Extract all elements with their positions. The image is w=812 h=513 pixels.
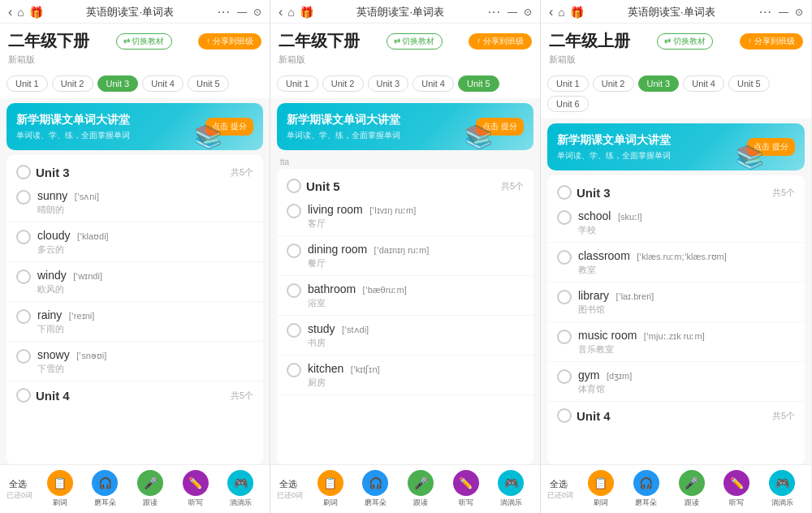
word-item[interactable]: study [ˈstʌdi] 书房 <box>277 316 533 356</box>
action-刷词[interactable]: 📋 刷词 <box>588 470 614 508</box>
switch-textbook-button[interactable]: ⇄ 切换教材 <box>116 33 172 50</box>
action-跟读[interactable]: 🎤 跟读 <box>408 470 434 508</box>
unit-tab-1[interactable]: Unit 1 <box>277 75 318 92</box>
circle-icon[interactable]: ⊙ <box>524 6 532 18</box>
unit-tab-4[interactable]: Unit 4 <box>412 75 454 92</box>
unit-tab-5[interactable]: Unit 5 <box>188 75 229 92</box>
word-item[interactable]: music room [ˈmjuː.zɪk ruːm] 音乐教室 <box>547 322 805 362</box>
action-跟读[interactable]: 🎤 跟读 <box>137 470 163 508</box>
word-item[interactable]: library [ˈlaɪ.breri] 图书馆 <box>547 282 805 322</box>
back-button[interactable]: ‹ <box>549 5 553 19</box>
promo-banner[interactable]: 新学期课文单词大讲堂 单词读、学、练，全面掌握单词 📚 点击 提分 <box>277 103 533 150</box>
word-item[interactable]: gym [dʒɪm] 体育馆 <box>547 362 805 402</box>
unit-tab-1[interactable]: Unit 1 <box>6 75 48 92</box>
minus-icon[interactable]: — <box>779 6 788 18</box>
word-item[interactable]: rainy [ˈreɪni] 下雨的 <box>6 302 263 342</box>
word-select-circle[interactable] <box>16 309 31 324</box>
action-刷词[interactable]: 📋 刷词 <box>317 470 343 508</box>
word-item[interactable]: bathroom [ˈbæθruːm] 浴室 <box>277 276 533 316</box>
word-select-circle[interactable] <box>557 330 572 344</box>
unit-tab-5[interactable]: Unit 5 <box>458 75 499 92</box>
unit-tab-4[interactable]: Unit 4 <box>683 75 724 92</box>
gift-icon[interactable]: 🎁 <box>29 6 43 19</box>
gift-icon[interactable]: 🎁 <box>300 6 313 19</box>
home-icon[interactable]: ⌂ <box>287 6 294 19</box>
action-淌淌乐[interactable]: 🎮 淌淌乐 <box>498 470 524 508</box>
word-select-circle[interactable] <box>557 250 572 265</box>
select-all-label[interactable]: 全选 <box>277 478 300 490</box>
unit-tab-5[interactable]: Unit 5 <box>728 75 770 92</box>
action-磨耳朵[interactable]: 🎧 磨耳朵 <box>362 470 388 508</box>
share-button[interactable]: ↑ 分享到班级 <box>740 33 803 50</box>
word-item[interactable]: school [skuːl] 学校 <box>547 203 805 243</box>
word-select-circle[interactable] <box>16 269 31 284</box>
action-听写[interactable]: ✏️ 听写 <box>723 470 749 508</box>
action-跟读[interactable]: 🎤 跟读 <box>679 470 705 508</box>
word-item[interactable]: classroom [ˈklæs.ruːm;ˈklæs.rʊm] 教室 <box>547 243 805 282</box>
action-刷词[interactable]: 📋 刷词 <box>47 470 73 508</box>
word-select-circle[interactable] <box>16 230 31 244</box>
action-磨耳朵[interactable]: 🎧 磨耳朵 <box>92 470 118 508</box>
select-all-label[interactable]: 全选 <box>547 478 570 490</box>
home-icon[interactable]: ⌂ <box>558 6 564 19</box>
action-icon-磨耳朵: 🎧 <box>362 470 388 496</box>
more-icon[interactable]: ··· <box>488 5 501 19</box>
share-button[interactable]: ↑ 分享到班级 <box>469 33 532 50</box>
word-select-circle[interactable] <box>557 369 572 384</box>
circle-icon[interactable]: ⊙ <box>253 6 261 18</box>
back-button[interactable]: ‹ <box>8 5 12 19</box>
word-item[interactable]: windy [ˈwɪndi] 欧风的 <box>6 262 263 302</box>
word-select-circle[interactable] <box>287 204 301 218</box>
action-淌淌乐[interactable]: 🎮 淌淌乐 <box>769 470 795 508</box>
unit-tab-2[interactable]: Unit 2 <box>52 75 93 92</box>
back-button[interactable]: ‹ <box>279 5 283 19</box>
minus-icon[interactable]: — <box>237 6 247 18</box>
unit-tab-6[interactable]: Unit 6 <box>547 96 589 112</box>
promo-banner[interactable]: 新学期课文单词大讲堂 单词读、学、练，全面掌握单词 📚 点击 提分 <box>547 123 805 170</box>
select-all-label[interactable]: 全选 <box>6 478 29 490</box>
word-select-circle[interactable] <box>287 323 301 338</box>
unit-tab-3[interactable]: Unit 3 <box>97 75 139 92</box>
word-select-circle[interactable] <box>16 349 31 364</box>
switch-textbook-button[interactable]: ⇄ 切换教材 <box>387 33 443 50</box>
unit-tab-3[interactable]: Unit 3 <box>368 75 409 92</box>
word-item[interactable]: cloudy [ˈklaʊdi] 多云的 <box>6 222 263 262</box>
section-circle[interactable] <box>557 185 572 200</box>
word-item[interactable]: sunny [ˈsʌni] 晴朗的 <box>6 183 263 222</box>
switch-textbook-button[interactable]: ⇄ 切换教材 <box>657 33 713 50</box>
section-circle[interactable] <box>287 179 301 193</box>
unit-tab-2[interactable]: Unit 2 <box>593 75 634 92</box>
unit-tabs: Unit 1Unit 2Unit 3Unit 4Unit 5 <box>0 71 270 98</box>
unit-tab-1[interactable]: Unit 1 <box>547 75 589 92</box>
section-circle[interactable] <box>557 408 572 423</box>
action-磨耳朵[interactable]: 🎧 磨耳朵 <box>633 470 659 508</box>
word-item[interactable]: dining room [ˈdaɪnɪŋ ruːm] 餐厅 <box>277 236 533 276</box>
word-item[interactable]: snowy [ˈsnəʊi] 下雪的 <box>6 342 263 382</box>
more-icon[interactable]: ··· <box>218 5 231 19</box>
section-circle[interactable] <box>16 165 31 179</box>
action-淌淌乐[interactable]: 🎮 淌淌乐 <box>227 470 253 508</box>
word-item[interactable]: kitchen [ˈkɪtʃɪn] 厨房 <box>277 356 533 395</box>
word-select-circle[interactable] <box>287 244 301 258</box>
action-听写[interactable]: ✏️ 听写 <box>453 470 479 508</box>
circle-icon[interactable]: ⊙ <box>795 6 803 18</box>
section-circle[interactable] <box>16 388 31 403</box>
share-button[interactable]: ↑ 分享到班级 <box>198 33 261 50</box>
more-icon[interactable]: ··· <box>759 5 772 19</box>
word-select-circle[interactable] <box>287 283 301 298</box>
home-icon[interactable]: ⌂ <box>17 6 24 19</box>
word-select-circle[interactable] <box>557 290 572 304</box>
word-select-circle[interactable] <box>557 210 572 225</box>
unit-tab-4[interactable]: Unit 4 <box>142 75 184 92</box>
unit-tabs: Unit 1Unit 2Unit 3Unit 4Unit 5 <box>270 71 540 98</box>
word-select-circle[interactable] <box>16 190 31 205</box>
word-select-circle[interactable] <box>287 363 301 377</box>
section-count: 共5个 <box>772 187 795 199</box>
promo-banner[interactable]: 新学期课文单词大讲堂 单词读、学、练，全面掌握单词 📚 点击 提分 <box>6 103 263 150</box>
gift-icon[interactable]: 🎁 <box>570 6 584 19</box>
unit-tab-3[interactable]: Unit 3 <box>638 75 680 92</box>
unit-tab-2[interactable]: Unit 2 <box>322 75 364 92</box>
word-item[interactable]: living room [ˈlɪvɪŋ ruːm] 客厅 <box>277 196 533 236</box>
minus-icon[interactable]: — <box>508 6 517 18</box>
action-听写[interactable]: ✏️ 听写 <box>183 470 209 508</box>
